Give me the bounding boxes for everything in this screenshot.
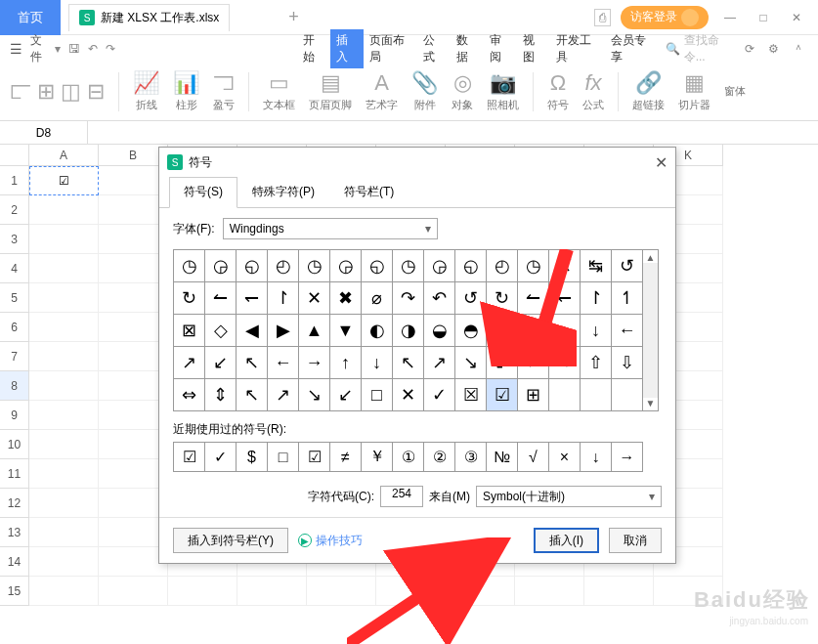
cell[interactable] (29, 371, 99, 401)
symbol-cell[interactable]: ▲ (299, 315, 330, 347)
reading-mode-icon[interactable]: ⎙ (594, 9, 611, 26)
symbol-cell[interactable]: ◐ (362, 315, 393, 347)
symbol-cell[interactable]: ▶ (268, 315, 299, 347)
symbol-cell[interactable]: ◓ (455, 315, 487, 347)
hyperlink-icon[interactable]: 🔗 (635, 70, 662, 96)
symbol-cell[interactable]: ↘ (299, 379, 330, 411)
row-header[interactable]: 6 (0, 313, 29, 342)
row-header[interactable]: 15 (0, 577, 29, 606)
cell[interactable] (29, 313, 99, 342)
col-header[interactable]: A (29, 145, 99, 166)
symbol-cell[interactable]: ↓ (362, 347, 393, 379)
row-header[interactable]: 9 (0, 401, 29, 430)
symbol-cell[interactable]: ↗ (268, 379, 299, 411)
maximize-button[interactable]: □ (752, 11, 775, 24)
symbol-cell[interactable]: ◷ (299, 250, 330, 282)
dialog-close-button[interactable]: ✕ (655, 153, 667, 172)
symbol-cell[interactable]: ↹ (581, 250, 612, 282)
symbol-cell[interactable]: ↻ (174, 282, 205, 315)
collapse-ribbon-icon[interactable]: ＾ (793, 41, 804, 58)
cell[interactable] (29, 547, 99, 577)
symbol-cell[interactable]: ✓ (424, 379, 455, 411)
symbol-cell[interactable]: ◵ (455, 250, 487, 282)
new-tab-button[interactable]: + (279, 7, 309, 27)
hamburger-icon[interactable] (10, 41, 22, 57)
row-header[interactable]: 4 (0, 254, 29, 283)
recent-symbol-cell[interactable]: ☑ (174, 443, 205, 472)
object-icon[interactable]: ◎ (453, 70, 472, 96)
symbol-cell[interactable]: ↾ (268, 282, 299, 315)
symbol-grid[interactable]: ◷◶◵◴◷◶◵◷◶◵◴◷↸↹↺↻↼↽↾✕✖⌀↷↶↺↻↼↽↾↿⊠◇◀▶▲▼◐◑◒◓… (173, 249, 643, 411)
recent-symbol-cell[interactable]: □ (268, 443, 299, 472)
slicer-icon[interactable]: ▦ (684, 70, 705, 96)
font-select[interactable]: Wingdings (223, 218, 438, 239)
scroll-up-icon[interactable]: ▲ (646, 252, 656, 263)
menu-tab-6[interactable]: 视图 (517, 29, 550, 68)
recent-symbols[interactable]: ☑✓$□☑≠￥①②③№√×↓→ (173, 442, 643, 472)
dialog-tab[interactable]: 特殊字符(P) (237, 177, 329, 207)
guest-login[interactable]: 访客登录 (621, 6, 709, 29)
sparkline-bar-icon[interactable]: 📊 (173, 70, 199, 96)
cell[interactable] (584, 577, 654, 606)
symbol-cell[interactable]: ↑ (549, 315, 581, 347)
scroll-down-icon[interactable]: ▼ (646, 398, 656, 408)
cell[interactable] (29, 254, 99, 283)
cell[interactable] (29, 283, 99, 313)
symbol-cell[interactable]: ◇ (205, 315, 237, 347)
sparkline-line-icon[interactable]: 📈 (133, 70, 159, 96)
cell[interactable] (376, 577, 446, 606)
symbol-cell[interactable]: ☑ (487, 379, 518, 411)
cell[interactable] (29, 225, 99, 254)
symbol-cell[interactable]: ↗ (424, 347, 455, 379)
symbol-cell[interactable]: ↙ (487, 347, 518, 379)
recent-symbol-cell[interactable]: → (612, 443, 643, 472)
cell[interactable] (29, 401, 99, 430)
name-box[interactable]: D8 (0, 121, 88, 144)
recent-symbol-cell[interactable]: № (487, 443, 518, 472)
symbol-cell[interactable]: ↽ (237, 282, 268, 315)
equation-icon[interactable]: fx (584, 70, 601, 96)
symbol-cell[interactable]: ◷ (518, 250, 549, 282)
chart-icon[interactable]: ⫍ (10, 79, 31, 105)
chart-icon[interactable]: ◫ (61, 79, 81, 105)
cell[interactable] (99, 577, 168, 606)
menu-tab-0[interactable]: 开始 (297, 29, 330, 68)
symbol-cell[interactable]: ⇔ (174, 379, 205, 411)
symbol-cell[interactable]: ☒ (455, 379, 487, 411)
symbol-cell[interactable]: ↘ (455, 347, 487, 379)
symbol-cell[interactable] (612, 379, 643, 411)
minimize-button[interactable]: — (718, 11, 742, 24)
close-button[interactable]: ✕ (785, 11, 808, 24)
symbol-cell[interactable]: ↼ (518, 282, 549, 315)
cell[interactable] (29, 577, 99, 606)
row-header[interactable]: 1 (0, 166, 29, 195)
symbol-cell[interactable]: ◕ (518, 315, 549, 347)
recent-symbol-cell[interactable]: $ (237, 443, 268, 472)
symbol-cell[interactable]: ◵ (362, 250, 393, 282)
symbol-cell[interactable] (549, 379, 581, 411)
cell[interactable] (237, 577, 307, 606)
row-header[interactable]: 10 (0, 430, 29, 459)
insert-to-symbol-bar-button[interactable]: 插入到符号栏(Y) (173, 528, 288, 553)
attachment-icon[interactable]: 📎 (411, 70, 438, 96)
workbook-tab[interactable]: S 新建 XLSX 工作表.xlsx (68, 4, 230, 31)
symbol-cell[interactable]: ⇩ (612, 347, 643, 379)
row-header[interactable]: 3 (0, 225, 29, 254)
menu-tab-2[interactable]: 页面布局 (364, 29, 418, 68)
symbol-cell[interactable]: ▼ (330, 315, 362, 347)
save-icon[interactable]: 🖫 (68, 42, 80, 56)
char-code-input[interactable]: 254 (380, 486, 423, 507)
recent-symbol-cell[interactable]: ≠ (330, 443, 362, 472)
symbol-cell[interactable]: ◶ (330, 250, 362, 282)
symbol-cell[interactable]: ⇧ (581, 347, 612, 379)
symbol-cell[interactable]: ↺ (612, 250, 643, 282)
cell[interactable] (29, 430, 99, 459)
symbol-cell[interactable]: ↑ (330, 347, 362, 379)
menu-tab-3[interactable]: 公式 (417, 29, 451, 68)
row-header[interactable]: 12 (0, 489, 29, 518)
symbol-cell[interactable]: ↺ (455, 282, 487, 315)
recent-symbol-cell[interactable]: ☑ (299, 443, 330, 472)
symbol-cell[interactable]: ↸ (549, 250, 581, 282)
symbol-cell[interactable]: ◶ (205, 250, 237, 282)
symbol-cell[interactable]: ◑ (393, 315, 424, 347)
